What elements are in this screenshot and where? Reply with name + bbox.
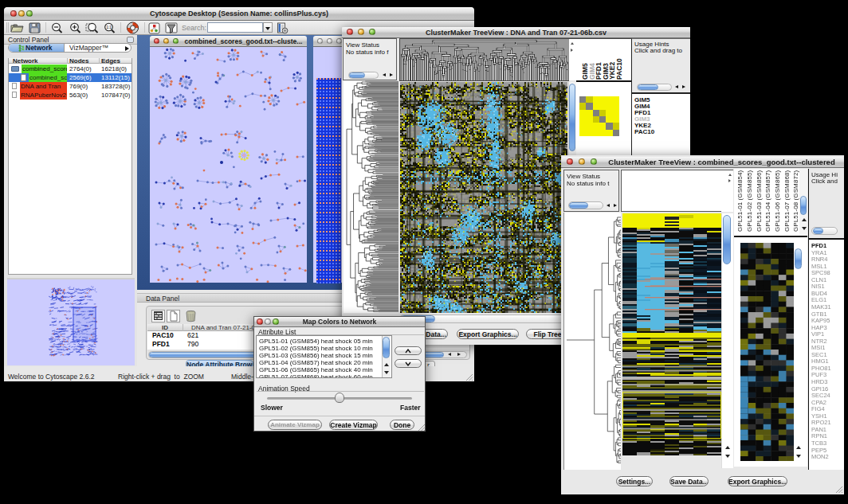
svg-text:1:1: 1:1 (106, 25, 112, 29)
